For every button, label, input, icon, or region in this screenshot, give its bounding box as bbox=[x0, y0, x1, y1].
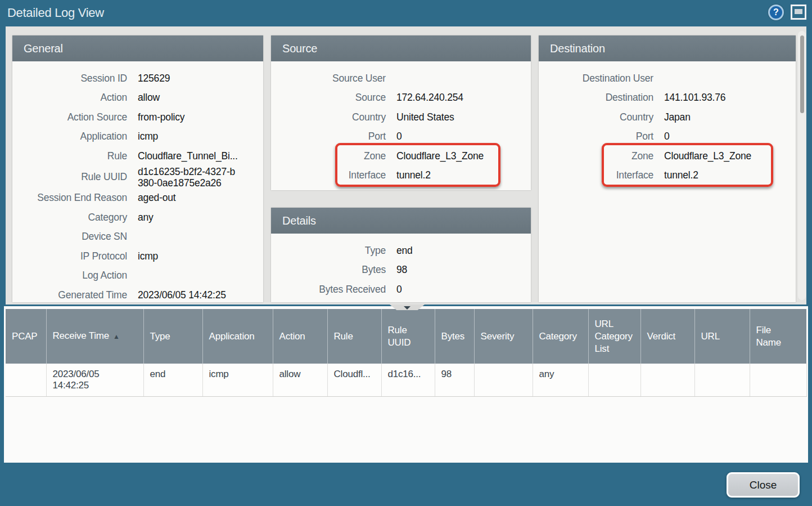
column-header-type[interactable]: Type bbox=[143, 309, 202, 364]
column-header-url-category-list[interactable]: URL Category List bbox=[588, 309, 640, 364]
window-icon-bar bbox=[795, 9, 802, 14]
scrollbar-track[interactable] bbox=[798, 31, 806, 300]
field-value: 141.101.93.76 bbox=[664, 92, 725, 104]
cell-type: end bbox=[143, 364, 202, 397]
field-row: CountryJapan bbox=[539, 108, 796, 127]
detailed-log-view-dialog: Detailed Log View ? General Session ID12… bbox=[0, 0, 812, 506]
column-label: Verdict bbox=[647, 331, 676, 342]
field-label: Zone bbox=[276, 150, 386, 162]
column-header-severity[interactable]: Severity bbox=[474, 309, 533, 364]
cell-pcap bbox=[6, 364, 46, 397]
field-label: Session ID bbox=[17, 73, 127, 84]
field-row: Destination User bbox=[539, 69, 796, 88]
field-value: Cloudflare_L3_Zone bbox=[664, 150, 751, 162]
field-label: Session End Reason bbox=[17, 192, 127, 204]
panel-body: Source User Source172.64.240.254 Country… bbox=[271, 61, 531, 185]
field-value: 98 bbox=[396, 264, 407, 276]
field-row: Session ID125629 bbox=[12, 69, 263, 88]
cell-action: allow bbox=[273, 364, 327, 397]
field-row: RuleCloudflare_Tunnel_Bi... bbox=[12, 146, 263, 166]
field-label: Type bbox=[276, 245, 386, 257]
field-value: tunnel.2 bbox=[664, 169, 698, 181]
column-header-rule[interactable]: Rule bbox=[327, 309, 381, 364]
cell-receive-time: 2023/06/05 14:42:25 bbox=[46, 364, 143, 397]
field-row: Source172.64.240.254 bbox=[271, 88, 531, 108]
field-label: Log Action bbox=[17, 270, 127, 281]
field-row: Port0 bbox=[539, 127, 796, 147]
panel-source: Source Source User Source172.64.240.254 … bbox=[271, 35, 531, 190]
column-header-action[interactable]: Action bbox=[273, 309, 327, 364]
field-row: Bytes98 bbox=[271, 261, 531, 280]
field-row: Destination141.101.93.76 bbox=[539, 88, 796, 108]
field-row: Generated Time2023/06/05 14:42:25 bbox=[12, 285, 263, 302]
panel-general: General Session ID125629 Actionallow Act… bbox=[12, 35, 263, 302]
log-table-wrap: PCAP Receive Time▲ Type Application Acti… bbox=[6, 309, 806, 397]
field-label: Country bbox=[276, 111, 386, 123]
field-row: Session End Reasonaged-out bbox=[12, 189, 263, 208]
column-label: URL Category List bbox=[595, 318, 622, 355]
field-label: Bytes bbox=[276, 264, 386, 276]
column-header-url[interactable]: URL bbox=[694, 309, 750, 364]
field-label: Action bbox=[17, 92, 127, 104]
column-label: PCAP bbox=[12, 331, 38, 342]
field-value: tunnel.2 bbox=[396, 169, 431, 181]
sort-asc-icon: ▲ bbox=[113, 333, 120, 341]
dialog-title: Detailed Log View bbox=[7, 0, 104, 26]
field-label: Rule bbox=[17, 150, 127, 162]
column-label: Application bbox=[209, 331, 255, 342]
panel-body: Typeend Bytes98 Bytes Received0 bbox=[271, 234, 531, 299]
field-label: Action Source bbox=[17, 111, 127, 123]
field-row: Bytes Received0 bbox=[271, 280, 531, 299]
field-value: Japan bbox=[664, 111, 691, 123]
field-row: Port0 bbox=[271, 127, 531, 147]
field-label: Interface bbox=[276, 169, 386, 181]
column-header-category[interactable]: Category bbox=[533, 309, 588, 364]
field-value: Cloudflare_L3_Zone bbox=[396, 150, 484, 162]
column-header-receive-time[interactable]: Receive Time▲ bbox=[46, 309, 143, 364]
field-value: any bbox=[138, 212, 154, 223]
column-header-application[interactable]: Application bbox=[202, 309, 273, 364]
column-header-bytes[interactable]: Bytes bbox=[435, 309, 474, 364]
field-row: ZoneCloudflare_L3_Zone bbox=[271, 146, 531, 166]
panel-body: Destination User Destination141.101.93.7… bbox=[539, 61, 796, 185]
help-icon[interactable]: ? bbox=[768, 5, 784, 20]
panel-title: Source bbox=[271, 35, 531, 61]
field-label: Device SN bbox=[17, 231, 127, 243]
close-button[interactable]: Close bbox=[727, 472, 800, 498]
field-value: 0 bbox=[664, 131, 670, 142]
column-header-pcap[interactable]: PCAP bbox=[6, 309, 46, 364]
cell-verdict bbox=[640, 364, 694, 397]
column-label: Bytes bbox=[441, 331, 465, 342]
column-label: Receive Time bbox=[53, 330, 110, 341]
field-label: Bytes Received bbox=[276, 284, 386, 295]
column-label: Category bbox=[539, 331, 577, 342]
column-label: Action bbox=[279, 331, 305, 342]
field-row: Source User bbox=[271, 69, 531, 88]
column-label: URL bbox=[701, 331, 720, 342]
field-label: Source User bbox=[276, 73, 386, 84]
window-icon[interactable] bbox=[791, 5, 806, 20]
panel-title: Details bbox=[271, 208, 531, 234]
table-row[interactable]: 2023/06/05 14:42:25 end icmp allow Cloud… bbox=[6, 364, 806, 397]
panel-details: Details Typeend Bytes98 Bytes Received0 bbox=[271, 208, 531, 302]
field-label: Country bbox=[543, 111, 653, 123]
log-table: PCAP Receive Time▲ Type Application Acti… bbox=[6, 309, 807, 397]
field-label: Source bbox=[276, 92, 386, 104]
field-value: d1c16235-b2f2-4327-b380-0ae1875e2a26 bbox=[138, 166, 240, 189]
scrollbar-thumb[interactable] bbox=[800, 35, 804, 113]
field-row: IP Protocolicmp bbox=[12, 247, 263, 266]
field-value: United States bbox=[396, 111, 454, 123]
column-label: Severity bbox=[481, 331, 515, 342]
field-label: Port bbox=[276, 131, 386, 142]
panel-body: Session ID125629 Actionallow Action Sour… bbox=[12, 61, 263, 302]
field-label: Rule UUID bbox=[17, 171, 127, 183]
field-label: Destination bbox=[543, 92, 653, 104]
cell-category: any bbox=[533, 364, 588, 397]
field-value: 125629 bbox=[138, 73, 170, 84]
field-value: from-policy bbox=[138, 111, 184, 123]
column-header-verdict[interactable]: Verdict bbox=[640, 309, 694, 364]
column-header-rule-uuid[interactable]: Rule UUID bbox=[381, 309, 435, 364]
column-header-file-name[interactable]: File Name bbox=[750, 309, 806, 364]
log-table-section: PCAP Receive Time▲ Type Application Acti… bbox=[4, 305, 808, 463]
field-row: CountryUnited States bbox=[271, 108, 531, 127]
